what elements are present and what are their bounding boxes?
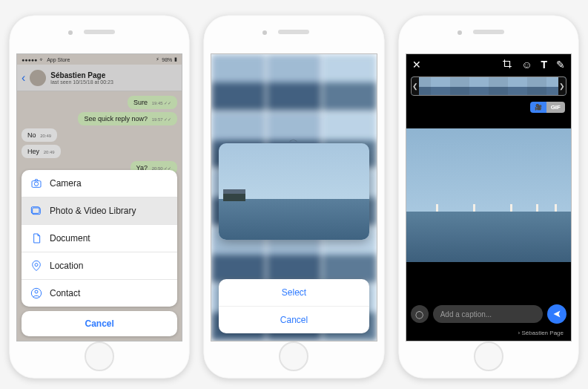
trim-handle-left[interactable]: ❮ (412, 77, 419, 95)
caption-bar: ◯ Add a caption... (411, 304, 566, 324)
select-button[interactable]: Select (219, 279, 369, 307)
send-button[interactable] (547, 304, 566, 324)
caption-input[interactable]: Add a caption... (433, 305, 543, 323)
media-preview[interactable] (219, 143, 369, 240)
attachment-sheet: CameraPhoto & Video LibraryDocumentLocat… (22, 170, 177, 336)
sheet-item-location[interactable]: Location (22, 252, 177, 280)
recipient-label: › Sébastien Page (518, 330, 564, 336)
svg-point-1 (34, 182, 38, 186)
sheet-item-label: Document (50, 233, 90, 243)
cancel-button[interactable]: Cancel (219, 307, 369, 333)
video-trim-strip[interactable]: ❮ ❯ (411, 76, 566, 96)
sheet-item-photo-library[interactable]: Photo & Video Library (22, 197, 177, 225)
sheet-item-document[interactable]: Document (22, 225, 177, 252)
location-icon (30, 260, 42, 272)
contact-icon (30, 287, 42, 299)
preview-sheet: Select Cancel (219, 279, 369, 333)
sheet-item-label: Contact (50, 288, 80, 298)
document-icon (30, 232, 42, 244)
video-mode-icon[interactable]: 🎥 (530, 102, 546, 113)
sheet-item-camera[interactable]: Camera (22, 170, 177, 197)
emoji-icon[interactable]: ☺ (521, 59, 532, 71)
svg-point-6 (35, 290, 38, 293)
close-icon[interactable]: ✕ (412, 59, 421, 71)
sheet-item-label: Location (50, 261, 83, 271)
svg-point-4 (35, 264, 38, 267)
sheet-item-label: Photo & Video Library (50, 206, 136, 216)
crop-icon[interactable] (502, 59, 512, 71)
camera-icon (30, 177, 42, 189)
text-icon[interactable]: T (541, 59, 547, 71)
cancel-button[interactable]: Cancel (22, 311, 177, 336)
sheet-item-label: Camera (50, 178, 82, 189)
draw-icon[interactable]: ✎ (556, 59, 565, 71)
photo-library-icon (30, 205, 42, 217)
editor-toolbar: ✕ ☺ T ✎ (406, 54, 571, 75)
gif-mode-button[interactable]: GIF (546, 102, 565, 113)
video-gif-toggle[interactable]: 🎥 GIF (530, 102, 565, 113)
media-canvas[interactable] (406, 128, 571, 262)
sheet-item-contact[interactable]: Contact (22, 280, 177, 307)
camera-icon[interactable]: ◯ (411, 305, 429, 323)
trim-handle-right[interactable]: ❯ (558, 77, 566, 95)
